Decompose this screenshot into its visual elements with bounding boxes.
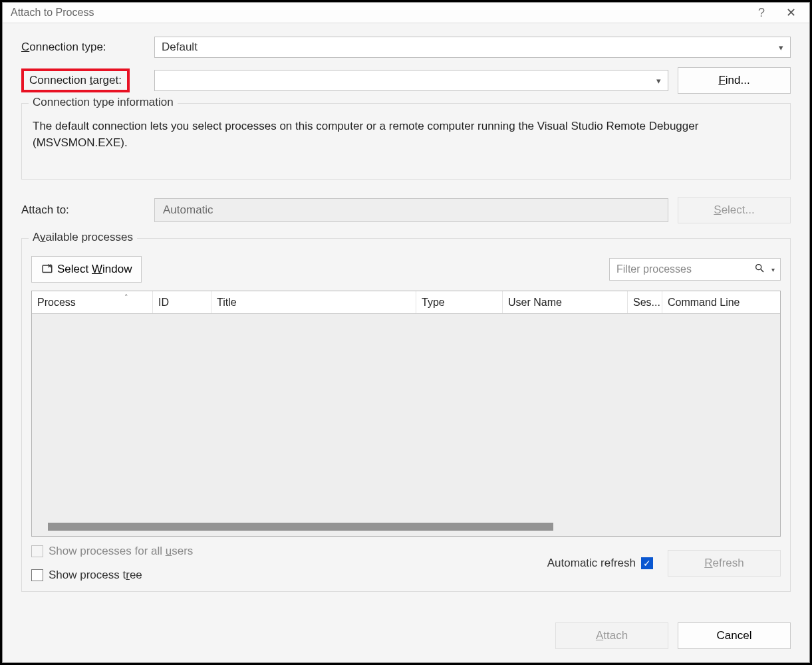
connection-target-highlight: Connection target: [21,68,130,92]
filter-processes-input[interactable] [615,263,753,276]
chevron-down-icon: ▾ [779,43,783,53]
close-icon[interactable]: ✕ [781,3,801,23]
select-button[interactable]: Select... [678,197,791,223]
checkbox-box [31,545,43,557]
attach-to-row: Attach to: Automatic Select... [21,197,791,223]
title-bar: Attach to Process ? ✕ [3,3,809,23]
connection-target-row: Connection target: ▾ Find... [21,67,791,94]
column-process[interactable]: Process ˄ [32,291,153,313]
attach-to-label: Attach to: [21,203,154,217]
column-id[interactable]: ID [153,291,211,313]
available-toolbar: Select Window ▾ [31,256,781,283]
column-user-name[interactable]: User Name [503,291,628,313]
show-all-users-checkbox[interactable]: Show processes for all users [31,545,193,558]
checkbox-box [31,569,43,581]
attach-to-value: Automatic [154,198,668,222]
horizontal-scrollbar[interactable] [48,523,764,531]
attach-to-process-dialog: Attach to Process ? ✕ Connection type: D… [2,2,810,663]
available-processes-group: Available processes Select Window [21,238,791,592]
available-processes-legend: Available processes [29,231,137,244]
find-button[interactable]: Find... [678,67,791,94]
column-type[interactable]: Type [416,291,503,313]
search-icon[interactable] [753,263,766,276]
connection-type-info-group: Connection type information The default … [21,103,791,180]
connection-type-value: Default [162,41,198,54]
chevron-down-icon: ▾ [656,76,661,86]
connection-type-label: Connection type: [21,41,154,54]
grid-options-row: Show processes for all users Show proces… [31,545,781,582]
right-options: Automatic refresh ✓ Refresh [547,550,781,577]
scrollbar-thumb[interactable] [48,523,553,531]
dialog-footer: Attach Cancel [3,609,809,665]
connection-type-info-text: The default connection lets you select p… [31,116,781,170]
checkbox-box: ✓ [641,557,653,569]
attach-button[interactable]: Attach [555,622,668,649]
connection-target-label-wrap: Connection target: [21,68,154,92]
sort-asc-icon: ˄ [124,293,128,302]
grid-body [32,314,780,536]
column-command-line[interactable]: Command Line [662,291,780,313]
select-window-button[interactable]: Select Window [31,256,142,283]
show-process-tree-checkbox[interactable]: Show process tree [31,569,193,582]
column-session[interactable]: Ses... [628,291,662,313]
connection-target-dropdown[interactable]: ▾ [154,70,668,91]
connection-type-dropdown[interactable]: Default ▾ [154,37,791,58]
help-icon[interactable]: ? [758,6,765,20]
connection-type-info-legend: Connection type information [29,96,178,109]
dialog-content: Connection type: Default ▾ Connection ta… [3,23,809,609]
connection-type-row: Connection type: Default ▾ [21,37,791,58]
automatic-refresh-checkbox[interactable]: Automatic refresh ✓ [547,557,658,570]
process-grid: Process ˄ ID Title Type User Name Ses...… [31,291,781,537]
column-title[interactable]: Title [211,291,416,313]
select-window-icon [41,263,53,275]
svg-line-2 [761,269,763,272]
cancel-button[interactable]: Cancel [678,622,791,649]
refresh-button[interactable]: Refresh [668,550,781,577]
filter-processes-wrap[interactable]: ▾ [609,258,781,281]
window-title: Attach to Process [11,7,758,19]
filter-options-chevron-icon[interactable]: ▾ [771,266,775,273]
svg-point-1 [756,265,761,270]
grid-header: Process ˄ ID Title Type User Name Ses...… [32,291,780,314]
